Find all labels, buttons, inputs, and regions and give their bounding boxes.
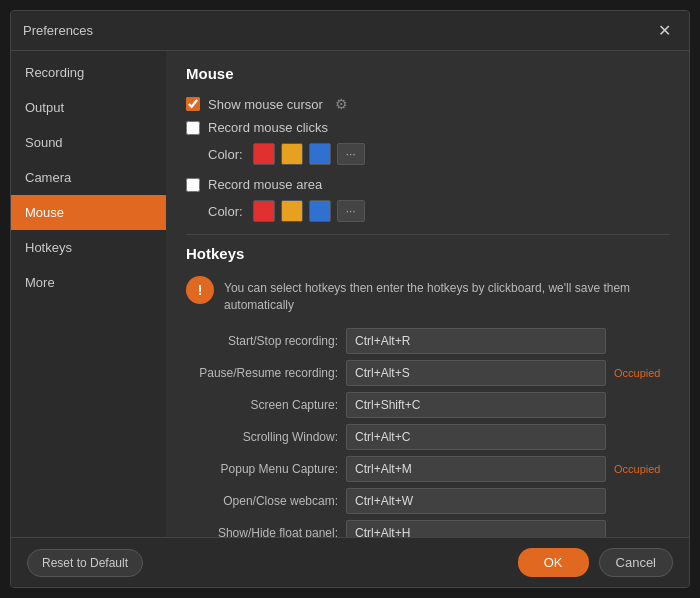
hotkey-name-screen-capture: Screen Capture: [186,398,346,412]
hotkey-name-scrolling-window: Scrolling Window: [186,430,346,444]
sidebar-item-sound[interactable]: Sound [11,125,166,160]
sidebar: Recording Output Sound Camera Mouse Hotk… [11,51,166,537]
hotkey-name-start-stop: Start/Stop recording: [186,334,346,348]
main-panel: Mouse Show mouse cursor ⚙ Record mouse c… [166,51,689,537]
footer: Reset to Default OK Cancel [11,537,689,587]
record-area-checkbox[interactable] [186,178,200,192]
show-cursor-row: Show mouse cursor ⚙ [186,96,669,112]
color-row-1: Color: ··· [208,143,669,165]
show-cursor-label: Show mouse cursor [208,97,323,112]
color-more-button-2[interactable]: ··· [337,200,365,222]
hotkey-name-float-panel: Show/Hide float panel: [186,526,346,537]
sidebar-item-recording[interactable]: Recording [11,55,166,90]
info-text: You can select hotkeys then enter the ho… [224,276,669,314]
color-label-1: Color: [208,147,243,162]
hotkey-row-screen-capture: Screen Capture: [186,392,669,418]
record-clicks-row: Record mouse clicks [186,120,669,135]
color-swatch-blue-1[interactable] [309,143,331,165]
hotkey-input-float-panel[interactable] [346,520,606,537]
sidebar-item-more[interactable]: More [11,265,166,300]
hotkey-input-scrolling-window[interactable] [346,424,606,450]
info-icon: ! [186,276,214,304]
dialog-title: Preferences [23,23,93,38]
content-area: Recording Output Sound Camera Mouse Hotk… [11,51,689,537]
hotkey-name-popup-menu: Popup Menu Capture: [186,462,346,476]
hotkey-input-pause-resume[interactable] [346,360,606,386]
hotkey-row-webcam: Open/Close webcam: [186,488,669,514]
record-area-label: Record mouse area [208,177,322,192]
sidebar-item-hotkeys[interactable]: Hotkeys [11,230,166,265]
hotkeys-section: Hotkeys ! You can select hotkeys then en… [186,245,669,537]
color-more-button-1[interactable]: ··· [337,143,365,165]
hotkey-input-start-stop[interactable] [346,328,606,354]
sidebar-item-camera[interactable]: Camera [11,160,166,195]
hotkey-row-float-panel: Show/Hide float panel: [186,520,669,537]
occupied-badge-1: Occupied [614,367,669,379]
color-swatch-yellow-1[interactable] [281,143,303,165]
sidebar-item-output[interactable]: Output [11,90,166,125]
hotkey-row-start-stop: Start/Stop recording: [186,328,669,354]
color-label-2: Color: [208,204,243,219]
mouse-section-title: Mouse [186,65,669,82]
color-swatch-yellow-2[interactable] [281,200,303,222]
hotkey-row-pause-resume: Pause/Resume recording: Occupied [186,360,669,386]
cancel-button[interactable]: Cancel [599,548,673,577]
color-swatch-red-2[interactable] [253,200,275,222]
reset-to-default-button[interactable]: Reset to Default [27,549,143,577]
hotkey-input-screen-capture[interactable] [346,392,606,418]
record-clicks-checkbox[interactable] [186,121,200,135]
hotkeys-section-title: Hotkeys [186,245,669,262]
hotkey-name-pause-resume: Pause/Resume recording: [186,366,346,380]
preferences-dialog: Preferences ✕ Recording Output Sound Cam… [10,10,690,588]
color-row-2: Color: ··· [208,200,669,222]
info-box: ! You can select hotkeys then enter the … [186,276,669,314]
divider [186,234,669,235]
title-bar: Preferences ✕ [11,11,689,51]
show-cursor-checkbox[interactable] [186,97,200,111]
hotkey-row-popup-menu: Popup Menu Capture: Occupied [186,456,669,482]
hotkey-input-webcam[interactable] [346,488,606,514]
hotkey-name-webcam: Open/Close webcam: [186,494,346,508]
close-button[interactable]: ✕ [652,19,677,42]
record-clicks-label: Record mouse clicks [208,120,328,135]
color-swatch-red-1[interactable] [253,143,275,165]
color-swatch-blue-2[interactable] [309,200,331,222]
occupied-badge-4: Occupied [614,463,669,475]
footer-right-buttons: OK Cancel [518,548,673,577]
ok-button[interactable]: OK [518,548,589,577]
hotkey-input-popup-menu[interactable] [346,456,606,482]
record-area-row: Record mouse area [186,177,669,192]
gear-icon[interactable]: ⚙ [335,96,348,112]
sidebar-item-mouse[interactable]: Mouse [11,195,166,230]
hotkey-row-scrolling-window: Scrolling Window: [186,424,669,450]
